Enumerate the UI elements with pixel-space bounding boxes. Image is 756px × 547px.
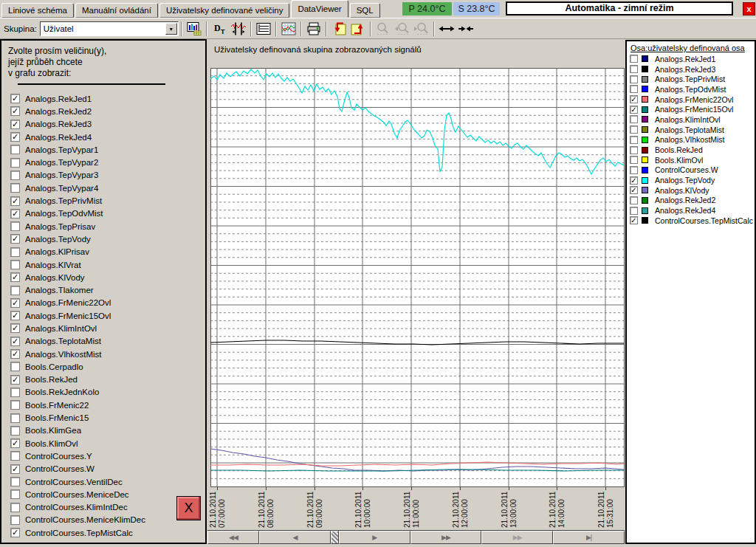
tab-u-ivatelsky-definovan-veli-iny[interactable]: Uživatelsky definované veličiny xyxy=(159,3,290,18)
legend-checkbox-bools-rekjed[interactable] xyxy=(630,146,638,154)
legend-checkbox-analogs-rekjed4[interactable] xyxy=(630,207,638,215)
signal-checkbox-analogs-tepvody[interactable]: ✓ xyxy=(10,234,20,244)
signal-checkbox-analogs-rekjed1[interactable]: ✓ xyxy=(10,94,20,103)
legend-checkbox-analogs-frmenic22ovl[interactable]: ✓ xyxy=(630,95,638,103)
signal-checkbox-controlcourses-menicedec[interactable] xyxy=(10,489,20,499)
signal-checkbox-analogs-rekjed4[interactable]: ✓ xyxy=(10,132,20,142)
signal-checkbox-analogs-klvrat[interactable] xyxy=(10,260,20,269)
scroll-right-fast-button[interactable]: ▶▶ xyxy=(410,531,482,544)
tab-liniov-sch-ma[interactable]: Liniové schéma xyxy=(1,3,74,18)
legend-color-swatch xyxy=(642,66,648,72)
legend-checkbox-analogs-tepprivmist[interactable] xyxy=(630,75,638,83)
signal-checkbox-bools-frmenic22[interactable] xyxy=(10,400,20,410)
export-data-button[interactable] xyxy=(349,21,367,37)
scroll-left-button[interactable]: ◀ xyxy=(259,531,331,544)
zoom-reset-button[interactable] xyxy=(374,21,392,37)
signal-row: ✓ControlCourses.W xyxy=(1,463,205,475)
signal-checkbox-controlcourses-ventildec[interactable] xyxy=(10,477,20,486)
signal-checkbox-analogs-tepprivmist[interactable]: ✓ xyxy=(10,196,20,206)
toolbar-separator xyxy=(250,21,252,36)
legend-checkbox-analogs-rekjed3[interactable] xyxy=(630,65,638,73)
chart-report-button[interactable] xyxy=(185,21,203,37)
signal-label: Analogs.TepVypar4 xyxy=(25,184,98,193)
print-button[interactable] xyxy=(305,21,323,37)
signal-checkbox-analogs-frmenic22ovl[interactable]: ✓ xyxy=(10,298,20,308)
panel-close-button[interactable]: X xyxy=(176,496,201,520)
zoom-in-button[interactable] xyxy=(394,21,411,37)
signal-checkbox-analogs-tlakomer[interactable] xyxy=(10,286,20,295)
signal-row: ✓Analogs.RekJed2 xyxy=(1,105,205,117)
signal-label: Analogs.TepPrivMist xyxy=(25,196,102,205)
group-select[interactable]: Uživatel ▼ xyxy=(40,21,179,36)
zoom-in-icon xyxy=(394,21,410,36)
legend-checkbox-analogs-rekjed1[interactable] xyxy=(630,55,638,63)
signal-checkbox-controlcourses-meniceklimdec[interactable] xyxy=(10,515,20,525)
scroll-right-page-button[interactable]: ▶▶ xyxy=(481,531,553,544)
signal-checkbox-bools-rekjednkolo[interactable] xyxy=(10,388,20,397)
legend-checkbox-analogs-vlhkostmist[interactable] xyxy=(630,136,638,144)
legend-checkbox-controlcourses-tepmistcalc[interactable]: ✓ xyxy=(630,216,638,224)
signal-checkbox-analogs-tepvypar3[interactable] xyxy=(10,171,20,180)
signal-checkbox-controlcourses-klimintdec[interactable] xyxy=(10,503,20,512)
legend-label: Analogs.FrMenic22Ovl xyxy=(655,95,733,104)
signal-checkbox-controlcourses-tepmistcalc[interactable]: ✓ xyxy=(10,528,20,537)
signal-checkbox-analogs-tepprisav[interactable] xyxy=(10,221,20,231)
signal-checkbox-bools-cerpadlo[interactable] xyxy=(10,362,20,371)
legend-checkbox-analogs-teplotamist[interactable] xyxy=(630,125,638,134)
dt-mode-button[interactable]: D T xyxy=(210,21,228,37)
tab-dataviewer[interactable]: DataViewer xyxy=(291,0,348,18)
legend-checkbox-controlcourses-w[interactable] xyxy=(630,166,638,174)
legend-checkbox-analogs-rekjed2[interactable] xyxy=(630,196,638,204)
signal-checkbox-analogs-vlhkostmist[interactable]: ✓ xyxy=(10,349,20,359)
legend-row: ✓ControlCourses.TepMistCalc xyxy=(627,216,755,226)
signal-checkbox-bools-klimgea[interactable] xyxy=(10,426,20,436)
signal-checkbox-analogs-tepodvmist[interactable]: ✓ xyxy=(10,209,20,219)
zoom-out-button[interactable] xyxy=(413,21,430,37)
legend-checkbox-analogs-klimintovl[interactable] xyxy=(630,115,638,123)
signal-checkbox-analogs-rekjed2[interactable]: ✓ xyxy=(10,106,20,116)
zoom-reset-icon xyxy=(375,21,391,36)
collapse-horizontal-button[interactable] xyxy=(457,21,475,37)
legend-row: Bools.RekJed xyxy=(627,145,755,155)
signal-label: Analogs.KlPrisav xyxy=(25,247,89,256)
legend-checkbox-bools-klimovl[interactable] xyxy=(630,156,638,164)
import-data-button[interactable] xyxy=(330,21,348,37)
toolbar-separator xyxy=(181,21,182,36)
legend-checkbox-analogs-frmenic15ovl[interactable]: ✓ xyxy=(630,106,638,114)
signal-checkbox-analogs-klimintovl[interactable]: ✓ xyxy=(10,323,20,333)
scroll-grip[interactable] xyxy=(331,531,339,544)
signal-checkbox-analogs-tepvypar2[interactable] xyxy=(10,158,20,168)
signal-label: Bools.FrMenic22 xyxy=(25,401,89,410)
scroll-right-button[interactable]: ▶ xyxy=(339,531,410,544)
tab-manu-ln-ovl-d-n-[interactable]: Manuální ovládání xyxy=(75,3,158,18)
tab-sql[interactable]: SQL xyxy=(350,3,380,18)
signal-label: Analogs.KlVody xyxy=(25,273,85,282)
legend-checkbox-analogs-tepvody[interactable]: ✓ xyxy=(630,176,638,185)
signal-checkbox-bools-klimovl[interactable]: ✓ xyxy=(10,438,20,448)
signal-checkbox-analogs-klvody[interactable]: ✓ xyxy=(10,272,20,282)
signal-checkbox-analogs-teplotamist[interactable]: ✓ xyxy=(10,337,20,346)
close-app-button[interactable]: x xyxy=(743,2,755,16)
legend-list-button[interactable] xyxy=(255,21,272,37)
scroll-far-left-button[interactable]: ◀◀ xyxy=(207,531,259,544)
signal-checkbox-controlcourses-y[interactable] xyxy=(10,451,20,461)
scroll-to-end-button[interactable]: ▶| xyxy=(553,531,625,544)
signal-checkbox-bools-frmenic15[interactable] xyxy=(10,413,20,423)
signal-checkbox-analogs-frmenic15ovl[interactable]: ✓ xyxy=(10,311,20,320)
signal-checkbox-analogs-klprisav[interactable] xyxy=(10,247,20,257)
collapse-horizontal-icon xyxy=(458,21,474,36)
legend-checkbox-analogs-klvody[interactable]: ✓ xyxy=(630,186,638,194)
signal-checkbox-controlcourses-w[interactable]: ✓ xyxy=(10,464,20,474)
chevron-down-icon[interactable]: ▼ xyxy=(165,23,177,35)
signal-cursors-button[interactable] xyxy=(230,21,247,37)
legend-color-swatch xyxy=(642,55,648,62)
expand-horizontal-button[interactable] xyxy=(438,21,456,37)
graph-grid-button[interactable] xyxy=(280,21,298,37)
signal-checkbox-analogs-tepvypar1[interactable] xyxy=(10,145,20,154)
legend-checkbox-analogs-tepodvmist[interactable] xyxy=(630,85,638,93)
legend-row: Bools.KlimOvl xyxy=(627,155,755,165)
signal-checkbox-analogs-rekjed3[interactable]: ✓ xyxy=(10,120,20,129)
signal-checkbox-bools-rekjed[interactable]: ✓ xyxy=(10,375,20,385)
x-axis-label: 21.10.2011 11:00:00 xyxy=(403,492,420,528)
signal-checkbox-analogs-tepvypar4[interactable] xyxy=(10,183,20,193)
